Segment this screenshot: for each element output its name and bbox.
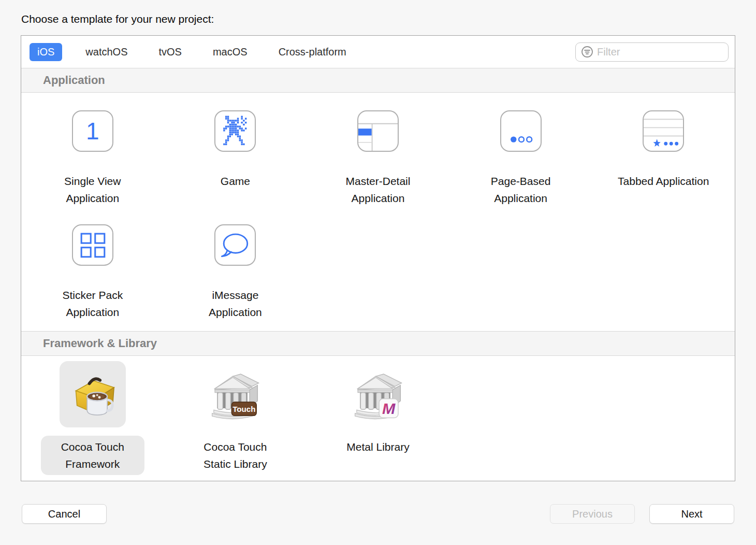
next-button[interactable]: Next xyxy=(649,504,734,524)
template-label: Master-Detail Application xyxy=(332,173,424,207)
star-glyph xyxy=(653,139,661,147)
template-label: Metal Library xyxy=(337,436,418,458)
tab-watchos[interactable]: watchOS xyxy=(78,43,135,61)
template-cocoa-touch-static-library[interactable]: Touch Cocoa Touch Static Library xyxy=(164,361,307,475)
framework-template-grid: Cocoa Touch Framework xyxy=(21,356,735,479)
template-label: Tabbed Application xyxy=(618,173,709,190)
template-master-detail-application[interactable]: Master-Detail Application xyxy=(307,110,449,207)
filter-icon xyxy=(581,46,593,58)
cocoa-touch-static-library-icon: Touch xyxy=(208,367,262,421)
previous-button[interactable]: Previous xyxy=(550,504,635,524)
template-label: Single View Application xyxy=(47,173,139,207)
filter-field[interactable] xyxy=(575,42,729,62)
cancel-button[interactable]: Cancel xyxy=(22,504,107,524)
svg-text:M: M xyxy=(382,400,396,417)
tab-ios[interactable]: iOS xyxy=(30,43,62,61)
template-label: Game xyxy=(221,173,250,190)
template-label: Sticker Pack Application xyxy=(47,286,139,321)
imessage-application-icon xyxy=(214,224,256,266)
template-label: iMessage Application xyxy=(189,286,281,321)
tab-macos[interactable]: macOS xyxy=(205,43,255,61)
application-template-grid: 1 Single View Application Game Master-De… xyxy=(21,93,735,331)
tab-cross-platform[interactable]: Cross-platform xyxy=(271,43,354,61)
template-tabbed-application[interactable]: Tabbed Application xyxy=(592,110,735,207)
template-label: Cocoa Touch Framework xyxy=(41,436,144,475)
tab-tvos[interactable]: tvOS xyxy=(151,43,190,61)
svg-text:Touch: Touch xyxy=(233,405,256,413)
page-title: Choose a template for your new project: xyxy=(21,13,214,25)
metal-library-icon: M xyxy=(351,367,405,421)
template-label: Cocoa Touch Static Library xyxy=(183,436,287,475)
template-sticker-pack-application[interactable]: Sticker Pack Application xyxy=(21,224,164,321)
selection-highlight xyxy=(60,361,126,427)
tabbed-application-icon xyxy=(643,110,684,152)
template-game[interactable]: Game xyxy=(164,110,307,207)
game-icon xyxy=(214,110,256,152)
section-header-application: Application xyxy=(21,68,735,93)
template-imessage-application[interactable]: iMessage Application xyxy=(164,224,307,321)
touch-badge: Touch xyxy=(232,402,257,415)
single-view-application-icon: 1 xyxy=(72,110,113,152)
template-cocoa-touch-framework[interactable]: Cocoa Touch Framework xyxy=(21,361,164,475)
metal-badge: M xyxy=(379,399,398,418)
cocoa-touch-framework-icon xyxy=(66,367,120,421)
master-detail-application-icon xyxy=(357,110,399,152)
one-glyph: 1 xyxy=(86,119,99,143)
page-based-application-icon xyxy=(500,110,542,152)
template-label: Page-Based Application xyxy=(475,173,567,207)
section-header-framework-library: Framework & Library xyxy=(21,331,735,356)
platform-tabbar: iOS watchOS tvOS macOS Cross-platform xyxy=(21,36,735,68)
template-metal-library[interactable]: M Metal Library xyxy=(307,361,449,475)
template-single-view-application[interactable]: 1 Single View Application xyxy=(21,110,164,207)
sticker-pack-application-icon xyxy=(72,224,113,266)
filter-input[interactable] xyxy=(597,46,734,58)
template-chooser-panel: iOS watchOS tvOS macOS Cross-platform Ap… xyxy=(21,35,735,481)
template-page-based-application[interactable]: Page-Based Application xyxy=(449,110,592,207)
